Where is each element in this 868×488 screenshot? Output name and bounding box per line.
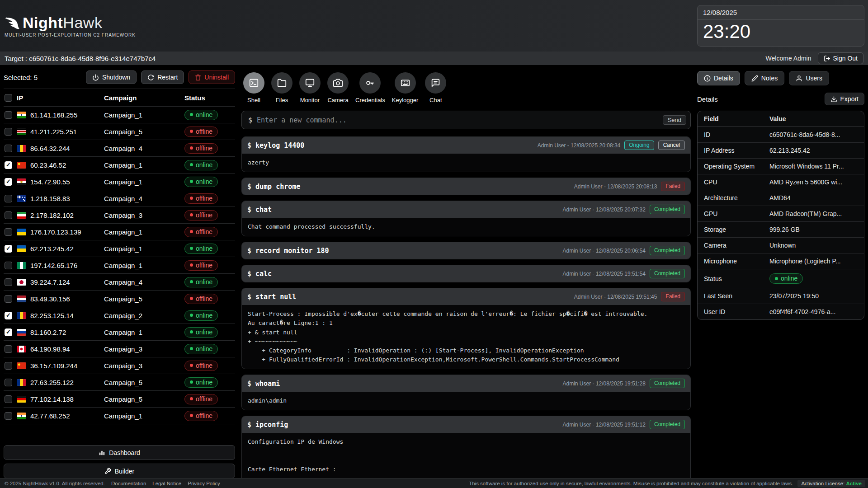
detail-field: Camera xyxy=(704,242,769,249)
table-row[interactable]: 197.142.65.176Campaign_1offline xyxy=(4,257,235,274)
table-row[interactable]: 83.49.30.156Campaign_5offline xyxy=(4,291,235,307)
tab-monitor[interactable]: Monitor xyxy=(299,72,321,103)
table-row[interactable]: 82.253.125.14Campaign_2online xyxy=(4,307,235,324)
row-checkbox[interactable] xyxy=(5,395,12,403)
status-badge: online xyxy=(184,277,218,287)
status-label: online xyxy=(196,178,212,185)
row-checkbox[interactable] xyxy=(5,128,12,136)
command-entry: $ipconfigAdmin User - 12/08/2025 19:51:1… xyxy=(241,416,691,479)
table-row[interactable]: 42.77.68.252Campaign_1offline xyxy=(4,408,235,424)
row-checkbox[interactable] xyxy=(5,178,12,186)
table-row[interactable]: 81.160.2.72Campaign_1online xyxy=(4,324,235,341)
tab-notes[interactable]: Notes xyxy=(745,71,785,85)
table-row[interactable]: 61.141.168.255Campaign_1online xyxy=(4,107,235,123)
module-toolbar: ShellFilesMonitorCameraCredentialsKeylog… xyxy=(241,65,691,106)
country-flag-icon xyxy=(17,379,26,386)
command-entry: $calcAdmin User - 12/08/2025 19:51:54Com… xyxy=(241,265,691,282)
tab-credentials[interactable]: Credentials xyxy=(355,72,385,103)
command-entry-header: $chatAdmin User - 12/08/2025 20:07:32Com… xyxy=(242,201,690,218)
tab-users[interactable]: Users xyxy=(789,71,829,85)
row-checkbox[interactable] xyxy=(5,262,12,269)
row-checkbox[interactable] xyxy=(5,345,12,353)
table-row[interactable]: 176.170.123.139Campaign_1offline xyxy=(4,224,235,240)
row-status-cell: offline xyxy=(184,294,234,304)
select-all-checkbox[interactable] xyxy=(5,94,12,102)
detail-field: Last Seen xyxy=(704,292,769,300)
tab-details[interactable]: Details xyxy=(697,71,740,85)
row-checkbox[interactable] xyxy=(5,412,12,420)
row-checkbox[interactable] xyxy=(5,362,12,370)
table-row[interactable]: 77.102.14.138Campaign_5offline xyxy=(4,391,235,408)
row-checkbox[interactable] xyxy=(5,111,12,119)
command-meta: Admin User - 12/08/2025 20:06:54 xyxy=(563,248,646,254)
status-label: online xyxy=(196,111,212,118)
country-flag-icon xyxy=(17,362,26,369)
tab-camera[interactable]: Camera xyxy=(327,72,349,103)
status-badge: offline xyxy=(184,210,218,221)
command-input-bar: $ Send xyxy=(241,111,691,129)
row-checkbox[interactable] xyxy=(5,195,12,202)
table-row[interactable]: 1.218.158.83Campaign_4offline xyxy=(4,190,235,207)
row-checkbox[interactable] xyxy=(5,295,12,303)
uninstall-button[interactable]: Uninstall xyxy=(189,70,235,84)
table-row[interactable]: 27.63.255.122Campaign_5online xyxy=(4,374,235,391)
row-checkbox[interactable] xyxy=(5,278,12,286)
row-checkbox[interactable] xyxy=(5,245,12,253)
legal-notice-link[interactable]: Legal Notice xyxy=(152,481,181,486)
table-row[interactable]: 41.211.225.251Campaign_5offline xyxy=(4,123,235,140)
table-row[interactable]: 154.72.90.55Campaign_1online xyxy=(4,174,235,190)
row-checkbox[interactable] xyxy=(5,328,12,336)
row-ip-cell: 81.160.2.72 xyxy=(17,328,99,336)
row-checkbox[interactable] xyxy=(5,312,12,319)
row-ip-cell: 64.190.98.94 xyxy=(17,345,99,353)
tab-files[interactable]: Files xyxy=(271,72,292,103)
table-row[interactable]: 62.213.245.42Campaign_1online xyxy=(4,240,235,257)
documentation-link[interactable]: Documentation xyxy=(111,481,146,486)
row-checkbox[interactable] xyxy=(5,161,12,169)
row-status-cell: offline xyxy=(184,260,234,271)
row-checkbox[interactable] xyxy=(5,228,12,236)
table-row[interactable]: 64.190.98.94Campaign_3online xyxy=(4,341,235,357)
row-checkbox[interactable] xyxy=(5,145,12,152)
export-button[interactable]: Export xyxy=(825,93,864,105)
table-row[interactable]: 39.224.7.124Campaign_4online xyxy=(4,274,235,291)
table-row[interactable]: 36.157.109.244Campaign_3offline xyxy=(4,357,235,374)
detail-row: Last Seen23/07/2025 19:50 xyxy=(698,288,864,304)
row-ip: 197.142.65.176 xyxy=(30,262,77,269)
tab-chat[interactable]: Chat xyxy=(425,72,446,103)
detail-value: e09f4f6f-4702-4976-a... xyxy=(769,308,835,315)
detail-row: Operating SystemMicrosoft Windows 11 Pr.… xyxy=(698,159,864,174)
command-entry: $record monitor 180Admin User - 12/08/20… xyxy=(241,242,691,259)
command-input[interactable] xyxy=(257,116,660,124)
restart-button[interactable]: Restart xyxy=(141,70,184,84)
row-ip: 176.170.123.139 xyxy=(30,228,81,236)
status-badge: Completed xyxy=(650,379,685,388)
command-text: dump chrome xyxy=(255,183,570,191)
dashboard-button[interactable]: Dashboard xyxy=(4,445,235,460)
row-checkbox[interactable] xyxy=(5,211,12,219)
table-row[interactable]: 2.178.182.102Campaign_3offline xyxy=(4,207,235,224)
status-badge: online xyxy=(769,273,803,284)
status-badge: offline xyxy=(184,411,218,421)
command-meta: Admin User - 12/08/2025 20:07:32 xyxy=(563,206,646,213)
status-dot-icon xyxy=(190,163,193,166)
command-entry: $whoamiAdmin User - 12/08/2025 19:51:28C… xyxy=(241,375,691,410)
clock-time: 23:20 xyxy=(698,20,864,46)
send-button[interactable]: Send xyxy=(663,115,686,125)
row-checkbox[interactable] xyxy=(5,379,12,386)
tab-shell[interactable]: Shell xyxy=(243,72,264,103)
prompt-symbol: $ xyxy=(247,141,251,150)
table-row[interactable]: 60.23.46.52Campaign_1online xyxy=(4,157,235,174)
cancel-button[interactable]: Cancel xyxy=(658,141,685,150)
row-status-cell: online xyxy=(184,177,234,187)
shutdown-button[interactable]: Shutdown xyxy=(86,70,137,84)
row-status-cell: online xyxy=(184,110,234,120)
table-row[interactable]: 86.64.32.244Campaign_4offline xyxy=(4,140,235,157)
tab-keylogger[interactable]: Keylogger xyxy=(392,72,419,103)
sign-out-button[interactable]: Sign Out xyxy=(818,52,863,64)
row-campaign: Campaign_4 xyxy=(104,145,180,152)
builder-button[interactable]: Builder xyxy=(4,464,235,479)
status-label: online xyxy=(196,245,212,252)
privacy-policy-link[interactable]: Privacy Policy xyxy=(188,481,220,486)
detail-field: Operating System xyxy=(704,163,769,170)
